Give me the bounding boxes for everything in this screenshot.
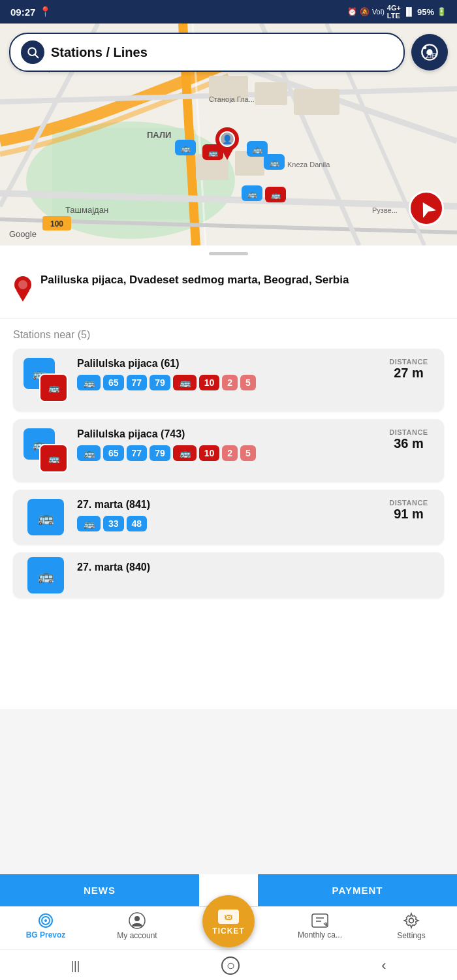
search-box[interactable]: Stations / Lines xyxy=(9,33,405,72)
svg-text:🚌: 🚌 xyxy=(84,377,95,388)
station-info-4: 27. marta (840) xyxy=(77,561,435,589)
status-bar: 09:27 📍 ⏰ 🔕 Vol) 4G+LTE ▐▌ 95% 🔋 xyxy=(0,0,457,24)
nav-item-bgprevoz[interactable]: BG Prevoz xyxy=(0,912,91,940)
content-area: Paliluska pijaca, Dvadeset sedmog marta,… xyxy=(0,262,457,709)
svg-rect-4 xyxy=(255,82,287,105)
svg-text:👤: 👤 xyxy=(222,134,233,145)
camera-button[interactable]: ZIP xyxy=(411,34,448,71)
station-card-3[interactable]: 🚌 27. marta (841) 🚌 33 48 DISTANCE 91 m xyxy=(13,490,444,545)
svg-text:🚌: 🚌 xyxy=(38,568,54,584)
station-info-1: Palilulska pijaca (61) 🚌 65 77 79 🚌 10 2… xyxy=(77,358,375,402)
android-recent[interactable]: ||| xyxy=(71,959,80,973)
svg-text:100: 100 xyxy=(50,219,63,229)
line-badge-2-2: 2 xyxy=(222,445,238,461)
station-icon-block-2: 🚌 🚌 xyxy=(22,428,69,473)
location-row: Paliluska pijaca, Dvadeset sedmog marta,… xyxy=(0,262,457,319)
location-pin-icon xyxy=(13,275,33,305)
line-badge-33: 33 xyxy=(103,516,124,531)
map-bus-stop-4[interactable]: 🚌 xyxy=(264,154,285,170)
nav-label-account: My account xyxy=(117,931,157,940)
ticket-fab-label: TICKET xyxy=(212,926,244,936)
bus-icon-red-1: 🚌 xyxy=(39,373,68,402)
android-home[interactable]: ○ xyxy=(221,956,240,975)
station-lines-2: 🚌 65 77 79 🚌 10 2 5 xyxy=(77,445,375,461)
map-bus-stop-6[interactable]: 🚌 xyxy=(265,187,286,202)
drag-handle[interactable] xyxy=(0,245,457,262)
station-card-2[interactable]: 🚌 🚌 Palilulska pijaca (743) 🚌 65 77 79 xyxy=(13,419,444,482)
mute-icon: 🔕 xyxy=(360,7,370,16)
time-display: 09:27 xyxy=(10,7,35,18)
distance-label-1: DISTANCE xyxy=(383,358,435,366)
nav-item-monthly[interactable]: Monthly ca... xyxy=(274,912,366,940)
line-badge-65-2: 65 xyxy=(103,445,124,461)
station-name-4: 27. marta (840) xyxy=(77,561,435,573)
station-name-3: 27. marta (841) xyxy=(77,499,375,511)
line-badge-bus-blue-2: 🚌 xyxy=(77,445,101,461)
line-badge-77: 77 xyxy=(127,375,148,390)
line-badge-2: 2 xyxy=(222,375,238,390)
android-back[interactable]: ‹ xyxy=(381,957,386,974)
search-bar-overlay: Stations / Lines ZIP xyxy=(9,33,448,72)
svg-marker-43 xyxy=(16,291,29,302)
svg-text:🎟: 🎟 xyxy=(224,911,233,922)
distance-label-2: DISTANCE xyxy=(383,428,435,436)
svg-text:ZIP: ZIP xyxy=(426,52,436,59)
map-bus-stop-1[interactable]: 🚌 xyxy=(175,140,196,155)
status-icons: ⏰ 🔕 Vol) 4G+LTE ▐▌ 95% 🔋 xyxy=(347,4,447,20)
station-icon-block-1: 🚌 🚌 xyxy=(22,358,69,402)
line-badge-bus-blue-1: 🚌 xyxy=(77,375,101,390)
svg-text:🚌: 🚌 xyxy=(271,190,281,200)
line-badge-10: 10 xyxy=(199,375,220,390)
distance-value-2: 36 m xyxy=(383,436,435,451)
line-badge-48: 48 xyxy=(127,516,148,531)
station-info-2: Palilulska pijaca (743) 🚌 65 77 79 🚌 10 … xyxy=(77,428,375,473)
nav-item-account[interactable]: My account xyxy=(91,912,183,940)
map-container[interactable]: Светогор... Далматин... Зе Павлови... Та… xyxy=(0,24,457,245)
payment-button[interactable]: PAYMENT xyxy=(258,874,457,906)
line-badge-79-2: 79 xyxy=(150,445,170,461)
station-name-2: Palilulska pijaca (743) xyxy=(77,428,375,440)
distance-value-1: 27 m xyxy=(383,366,435,381)
svg-text:🚌: 🚌 xyxy=(84,448,95,458)
nav-arrow-button[interactable] xyxy=(409,191,444,226)
nav-label-settings: Settings xyxy=(397,931,425,940)
svg-line-36 xyxy=(35,55,39,58)
station-icon-block-4: 🚌 xyxy=(22,561,69,589)
stations-section: Stations near (5) 🚌 🚌 Palilulska pijaca … xyxy=(0,319,457,605)
svg-text:Ташмајдан: Ташмајдан xyxy=(65,205,108,215)
line-badge-77-2: 77 xyxy=(127,445,148,461)
svg-text:🚌: 🚌 xyxy=(38,510,54,526)
line-badge-65: 65 xyxy=(103,375,124,390)
search-text: Stations / Lines xyxy=(51,45,148,60)
location-pin: 👤 xyxy=(214,125,240,164)
map-bus-stop-5[interactable]: 🚌 xyxy=(242,185,262,201)
station-card-4[interactable]: 🚌 27. marta (840) xyxy=(13,552,444,598)
stations-near-label: Stations near (5) xyxy=(13,329,444,341)
svg-rect-5 xyxy=(294,89,339,115)
svg-text:Рузве...: Рузве... xyxy=(372,206,398,214)
station-distance-1: DISTANCE 27 m xyxy=(383,358,435,402)
station-card-1[interactable]: 🚌 🚌 Palilulska pijaca (61) 🚌 65 77 79 xyxy=(13,349,444,411)
location-icon: 📍 xyxy=(39,6,52,18)
news-button[interactable]: NEWS xyxy=(0,874,199,906)
nav-item-settings[interactable]: Settings xyxy=(366,912,457,940)
nav-label-monthly: Monthly ca... xyxy=(298,930,342,940)
distance-label-3: DISTANCE xyxy=(383,499,435,507)
bus-icon-red-2: 🚌 xyxy=(39,444,68,473)
line-badge-bus-red-2: 🚌 xyxy=(173,445,197,461)
svg-text:🚌: 🚌 xyxy=(253,144,262,154)
line-badge-5-2: 5 xyxy=(240,445,256,461)
station-dual-icon-1: 🚌 🚌 xyxy=(24,358,68,402)
status-time: 09:27 📍 xyxy=(10,6,52,18)
line-badge-5: 5 xyxy=(240,375,256,390)
station-lines-3: 🚌 33 48 xyxy=(77,516,375,531)
search-icon xyxy=(21,40,44,64)
battery-icon: 🔋 xyxy=(437,7,447,16)
ticket-fab[interactable]: 🎟 TICKET xyxy=(202,895,255,947)
alarm-icon: ⏰ xyxy=(347,7,357,16)
drag-handle-bar xyxy=(209,252,248,255)
station-info-3: 27. marta (841) 🚌 33 48 xyxy=(77,499,375,535)
station-distance-3: DISTANCE 91 m xyxy=(383,499,435,535)
line-badge-79: 79 xyxy=(150,375,170,390)
svg-point-72 xyxy=(409,919,414,923)
